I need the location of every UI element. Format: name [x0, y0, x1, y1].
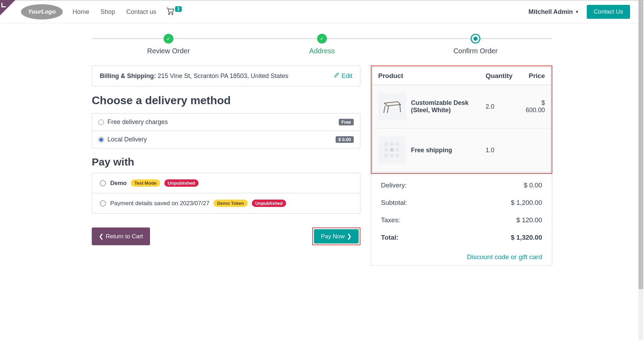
- current-step-icon: [471, 34, 480, 44]
- nav-contact[interactable]: Contact us: [125, 6, 158, 18]
- delivery-label: Free delivery charges: [107, 118, 168, 126]
- svg-rect-4: [396, 142, 399, 146]
- product-qty: 2.0: [480, 85, 518, 129]
- total-label: Total:: [381, 234, 398, 241]
- price-badge: $ 0.00: [336, 136, 354, 143]
- billing-shipping-panel: Billing & Shipping: 215 Vine St, Scranto…: [92, 65, 360, 86]
- price-badge: Free: [339, 119, 354, 125]
- chevron-left-icon: ❮: [99, 233, 104, 240]
- svg-rect-10: [396, 154, 399, 157]
- svg-point-0: [169, 13, 170, 14]
- cart-link[interactable]: 2: [166, 7, 182, 17]
- col-product: Product: [373, 67, 480, 85]
- edit-address-link[interactable]: Edit: [334, 72, 352, 80]
- address-value: 215 Vine St, Scranton PA 18503, United S…: [158, 72, 289, 79]
- pencil-icon: [334, 72, 339, 80]
- highlight-box: Pay Now ❯: [312, 227, 360, 245]
- checkout-steps: ✓ Review Order ✓ Address Confirm Order: [92, 34, 552, 55]
- svg-rect-6: [390, 148, 394, 152]
- product-price: [518, 129, 551, 172]
- svg-rect-9: [390, 154, 394, 157]
- test-mode-badge: Test Mode: [131, 179, 160, 187]
- total-value: $ 1,320.00: [511, 234, 542, 241]
- svg-rect-5: [384, 148, 388, 152]
- col-price: Price: [518, 67, 551, 85]
- nav-home[interactable]: Home: [71, 6, 91, 18]
- step-review-order[interactable]: ✓ Review Order: [92, 34, 245, 55]
- demo-token-badge: Demo Token: [214, 200, 247, 207]
- product-image: [378, 136, 406, 164]
- taxes-label: Taxes:: [381, 216, 400, 224]
- contact-us-button[interactable]: Contact Us: [587, 5, 630, 19]
- order-totals: Delivery: $ 0.00 Subtotal: $ 1,200.00 Ta…: [371, 174, 552, 249]
- subtotal-value: $ 1,200.00: [511, 199, 542, 207]
- editor-corner-icon[interactable]: [0, 0, 15, 15]
- step-label: Review Order: [92, 47, 245, 55]
- return-label: Return to Cart: [106, 233, 143, 240]
- step-label: Confirm Order: [399, 47, 552, 55]
- check-icon: ✓: [317, 34, 327, 44]
- cart-icon: [166, 7, 174, 17]
- unpublished-badge: Unpublished: [164, 179, 199, 187]
- check-icon: ✓: [164, 34, 173, 44]
- site-logo[interactable]: [21, 4, 63, 20]
- table-row: Customizable Desk (Steel, White) 2.0 $ 6…: [373, 85, 551, 129]
- payment-radio[interactable]: [100, 180, 106, 186]
- unpublished-badge: Unpublished: [252, 200, 286, 207]
- chevron-down-icon: ▼: [575, 9, 579, 14]
- svg-rect-2: [384, 142, 388, 146]
- discount-code-link[interactable]: Discount code or gift card: [467, 253, 542, 261]
- product-qty: 1.0: [480, 129, 518, 172]
- product-name: Customizable Desk (Steel, White): [411, 99, 474, 114]
- user-menu[interactable]: Mitchell Admin ▼: [529, 8, 579, 16]
- edit-label: Edit: [342, 72, 352, 80]
- product-price: $ 600.00: [518, 85, 551, 129]
- delivery-option-local[interactable]: Local Delivery $ 0.00: [92, 131, 360, 148]
- delivery-radio-local[interactable]: [98, 137, 104, 142]
- pay-now-button[interactable]: Pay Now ❯: [314, 229, 359, 244]
- nav-shop[interactable]: Shop: [99, 6, 117, 18]
- payment-option-saved[interactable]: Payment details saved on 2023/07/27 Demo…: [92, 193, 360, 213]
- delivery-radio-free[interactable]: [98, 119, 104, 125]
- pay-label: Pay Now: [321, 233, 345, 240]
- step-label: Address: [245, 47, 399, 55]
- payment-label: Demo: [110, 180, 127, 187]
- scrollbar[interactable]: [638, 0, 643, 276]
- delivery-label: Local Delivery: [107, 136, 147, 143]
- step-confirm-order[interactable]: Confirm Order: [399, 34, 552, 55]
- payment-options: Demo Test Mode Unpublished Payment detai…: [92, 173, 360, 214]
- svg-rect-8: [384, 154, 388, 157]
- svg-rect-3: [390, 142, 394, 146]
- payment-heading: Pay with: [92, 156, 360, 168]
- col-quantity: Quantity: [480, 67, 518, 85]
- step-address[interactable]: ✓ Address: [245, 34, 399, 55]
- delivery-options: Free delivery charges Free Local Deliver…: [92, 113, 360, 148]
- payment-option-demo[interactable]: Demo Test Mode Unpublished: [92, 173, 360, 193]
- order-summary-table: Product Quantity Price: [373, 67, 551, 172]
- delivery-heading: Choose a delivery method: [92, 94, 360, 107]
- taxes-value: $ 120.00: [516, 216, 542, 224]
- cart-count-badge: 2: [175, 6, 182, 12]
- product-name: Free shipping: [411, 147, 452, 154]
- highlight-box: Product Quantity Price: [371, 65, 552, 174]
- address-label: Billing & Shipping:: [100, 72, 156, 79]
- delivery-label: Delivery:: [381, 181, 407, 189]
- return-to-cart-button[interactable]: ❮ Return to Cart: [92, 227, 150, 245]
- svg-point-1: [172, 13, 173, 14]
- svg-rect-7: [396, 148, 399, 152]
- delivery-value: $ 0.00: [524, 181, 542, 189]
- subtotal-label: Subtotal:: [381, 199, 407, 207]
- user-name: Mitchell Admin: [529, 8, 573, 16]
- chevron-right-icon: ❯: [347, 233, 352, 240]
- top-navbar: Home Shop Contact us 2 Mitchell Admin ▼ …: [0, 0, 644, 23]
- product-image: [378, 93, 406, 121]
- payment-radio[interactable]: [100, 200, 106, 207]
- payment-label: Payment details saved on 2023/07/27: [110, 200, 209, 207]
- table-row: Free shipping 1.0: [373, 129, 551, 172]
- delivery-option-free[interactable]: Free delivery charges Free: [92, 114, 360, 131]
